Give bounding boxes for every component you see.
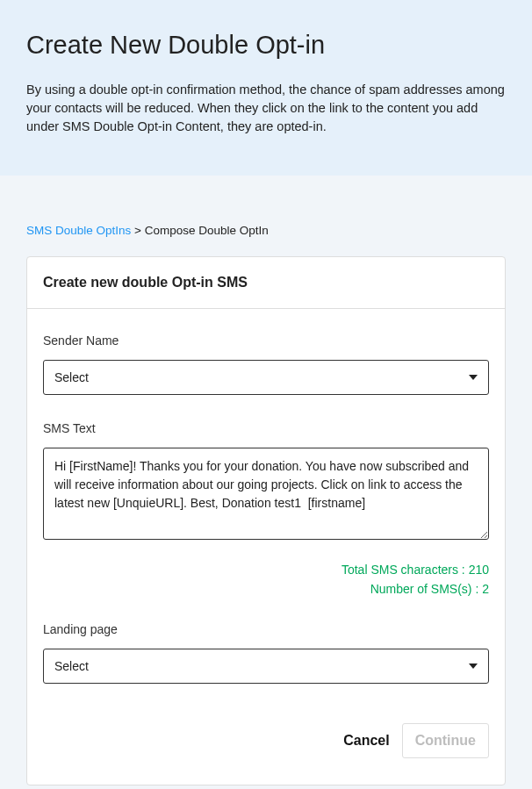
sender-name-label: Sender Name — [43, 334, 489, 348]
card-title: Create new double Opt-in SMS — [43, 275, 489, 290]
continue-button[interactable]: Continue — [402, 723, 489, 758]
page-content: SMS Double OptIns > Compose Double OptIn… — [0, 176, 532, 789]
chevron-down-icon — [469, 663, 478, 669]
landing-page-select[interactable]: Select — [43, 649, 489, 684]
form-card: Create new double Opt-in SMS Sender Name… — [26, 256, 506, 785]
page-title: Create New Double Opt-in — [26, 31, 506, 60]
sms-text-group: SMS Text Total SMS characters : 210 Numb… — [43, 421, 489, 596]
landing-page-group: Landing page Select — [43, 622, 489, 684]
sms-characters: Total SMS characters : 210 — [43, 563, 489, 577]
landing-page-value: Select — [54, 659, 469, 673]
sms-text-input[interactable] — [43, 448, 489, 540]
card-header: Create new double Opt-in SMS — [27, 257, 505, 309]
sender-name-select[interactable]: Select — [43, 360, 489, 395]
action-bar: Cancel Continue — [43, 723, 489, 758]
sms-text-label: SMS Text — [43, 421, 489, 435]
page-description: By using a double opt-in confirmation me… — [26, 81, 506, 136]
sms-stats: Total SMS characters : 210 Number of SMS… — [43, 563, 489, 596]
sender-name-value: Select — [54, 370, 469, 384]
page-header: Create New Double Opt-in By using a doub… — [0, 0, 532, 176]
card-body: Sender Name Select SMS Text Total SMS ch… — [27, 309, 505, 785]
chevron-down-icon — [469, 375, 478, 380]
breadcrumb: SMS Double OptIns > Compose Double OptIn — [26, 224, 506, 237]
sender-name-group: Sender Name Select — [43, 334, 489, 395]
breadcrumb-current: Compose Double OptIn — [145, 224, 269, 237]
cancel-button[interactable]: Cancel — [343, 733, 389, 749]
landing-page-label: Landing page — [43, 622, 489, 636]
sms-count: Number of SMS(s) : 2 — [43, 582, 489, 596]
breadcrumb-link[interactable]: SMS Double OptIns — [26, 224, 131, 237]
breadcrumb-separator: > — [131, 224, 144, 237]
